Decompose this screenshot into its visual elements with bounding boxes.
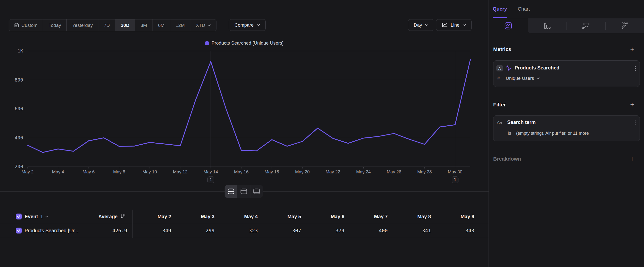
table-value-row: 349299323307379400341343 [130,224,476,238]
date-range-12m[interactable]: 12M [170,20,190,31]
x-axis-label: May 2 [22,169,34,174]
date-range-label: 7D [104,23,110,28]
x-axis-label: May 12 [173,169,188,174]
granularity-label: Day [414,23,422,28]
tab-chart[interactable]: Chart [518,0,530,18]
date-range-today[interactable]: Today [43,20,66,31]
chevron-down-icon [462,24,466,26]
column-header[interactable]: May 3 [173,210,216,224]
metric-aggregation[interactable]: Unique Users [506,76,540,81]
compare-button[interactable]: Compare [229,19,266,31]
table-cell: 323 [216,224,260,238]
calendar-icon [14,23,19,28]
average-header[interactable]: Average [74,210,118,224]
date-range-label: Custom [22,23,38,28]
date-range-6m[interactable]: 6M [152,20,170,31]
event-cursor-icon [505,65,512,72]
legend-label: Products Searched [Unique Users] [212,40,284,46]
x-axis-label: May 24 [356,169,371,174]
line-chart-icon [442,23,448,27]
chevron-down-icon [45,216,48,218]
granularity-button[interactable]: Day [408,19,434,31]
metric-letter-badge: A [496,65,503,71]
select-all-checkbox[interactable] [16,213,22,219]
table-cell: 299 [173,224,216,238]
date-range-custom[interactable]: Custom [9,20,43,31]
view-tab-retention[interactable] [606,18,644,33]
column-header[interactable]: May 7 [346,210,390,224]
filter-card[interactable]: Aa Search term Is (empty string), Air pu… [493,115,640,141]
column-header[interactable]: May 9 [433,210,476,224]
date-range-label: Yesterday [72,23,93,28]
metric-card[interactable]: A Products Searched # Unique Users [493,60,640,87]
funnel-dots-icon [621,22,628,30]
row-average-value: 426.9 [84,224,127,238]
main-column: CustomTodayYesterday7D30D3M6M12MXTD Comp… [0,0,488,267]
metric-aggregation-prefix: # [498,76,500,81]
date-range-3m[interactable]: 3M [135,20,152,31]
x-axis-label: May 30 [448,169,462,174]
x-axis-label: May 10 [142,169,157,174]
date-range-xtd[interactable]: XTD [190,20,216,31]
chart-legend: Products Searched [Unique Users] [0,40,488,46]
date-range-label: 3M [140,23,147,28]
sort-icon[interactable] [120,213,126,219]
date-range-group: CustomTodayYesterday7D30D3M6M12MXTD [8,19,216,31]
series-line[interactable] [28,60,470,152]
annotation-badge-label: 1 [210,177,212,182]
filter-property-name[interactable]: Search term [507,119,536,125]
layout-split-button[interactable] [224,185,237,198]
y-axis-label: 200 [15,164,23,169]
chevron-down-icon [256,24,260,26]
check-icon [17,229,20,232]
line-chart[interactable]: 2004006008001KMay 2May 4May 6May 8May 10… [15,48,477,186]
kebab-menu-icon[interactable] [635,120,636,125]
layout-chart-button[interactable] [237,185,250,198]
event-count: 1 [40,214,43,219]
bar-chart-icon [544,22,551,30]
bottom-view-icon [253,188,260,194]
x-axis-label: May 26 [387,169,401,174]
chevron-down-icon [425,24,428,26]
kebab-menu-icon[interactable] [635,66,636,71]
tab-query[interactable]: Query [493,0,507,18]
layout-table-button[interactable] [250,185,263,198]
table-cell: 379 [303,224,346,238]
filter-operator[interactable]: Is [508,131,511,136]
filter-type-badge: Aa [497,120,502,125]
chart-type-button[interactable]: Line [436,19,472,31]
filter-value[interactable]: (empty string), Air purifier, or 11 more [516,131,589,136]
date-range-yesterday[interactable]: Yesterday [66,20,98,31]
y-axis-label: 800 [15,77,23,83]
column-header[interactable]: May 5 [260,210,303,224]
date-range-label: XTD [196,23,205,28]
y-axis-label: 600 [15,106,23,111]
column-header[interactable]: May 8 [390,210,433,224]
row-series-name[interactable]: Products Searched [Un... [24,224,80,238]
add-metric-button[interactable]: + [628,46,636,53]
event-header[interactable]: Event 1 [24,210,48,224]
column-header[interactable]: May 4 [216,210,260,224]
column-header[interactable]: May 6 [303,210,346,224]
x-axis-label: May 22 [326,169,340,174]
insights-report-page: CustomTodayYesterday7D30D3M6M12MXTD Comp… [0,0,644,267]
add-breakdown-button[interactable]: + [628,155,636,163]
view-tab-flows[interactable] [566,18,606,33]
chevron-down-icon [536,77,540,79]
row-checkbox[interactable] [16,228,22,233]
filter-section-title: Filter [493,102,506,108]
metric-name[interactable]: Products Searched [514,65,560,71]
column-header[interactable]: May 2 [130,210,173,224]
date-range-7d[interactable]: 7D [98,20,115,31]
x-axis-label: May 18 [265,169,279,174]
add-filter-button[interactable]: + [628,101,636,109]
check-icon [17,215,20,218]
table-row-divider [0,238,488,238]
view-tab-funnels[interactable] [528,18,566,33]
view-tab-insights[interactable] [489,18,528,33]
layout-toggle-group [224,185,263,198]
date-range-30d[interactable]: 30D [115,20,135,31]
metric-aggregation-label: Unique Users [506,76,534,81]
x-axis-label: May 28 [417,169,432,174]
y-axis-label: 1K [18,48,23,54]
